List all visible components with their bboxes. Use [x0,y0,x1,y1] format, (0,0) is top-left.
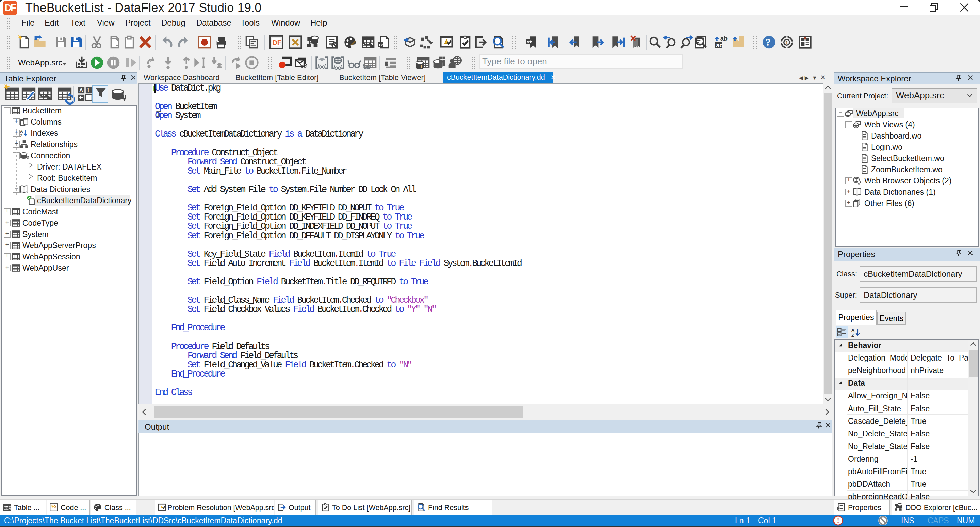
svg-text:?: ? [765,37,771,48]
svg-text:1: 1 [87,87,90,93]
svg-text:Z: Z [851,333,854,338]
svg-text:A: A [79,87,83,93]
svg-text:A: A [20,129,23,134]
svg-text:1: 1 [785,40,788,45]
svg-text:T: T [420,64,423,69]
svg-text:ab: ab [721,35,727,42]
svg-text:ac: ac [716,41,723,49]
svg-text:A: A [851,328,854,333]
svg-text:Z: Z [20,134,22,138]
svg-text:DF: DF [272,39,282,46]
svg-text:!: ! [837,517,839,524]
